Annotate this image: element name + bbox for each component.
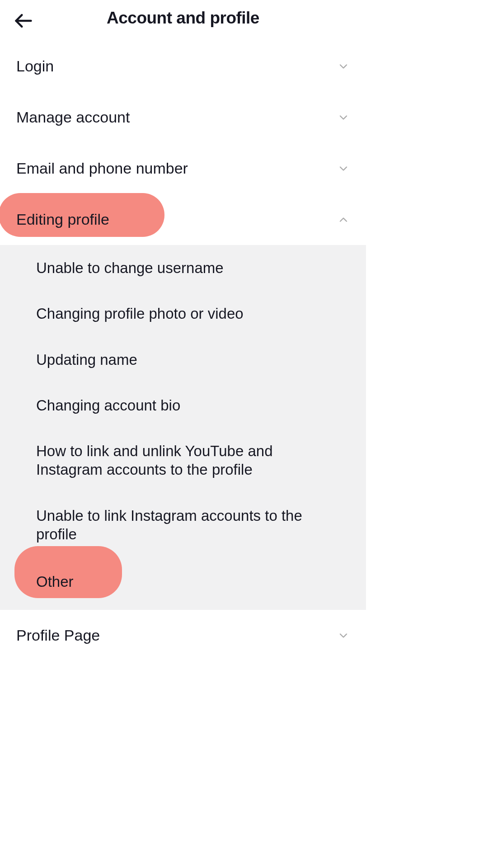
section-profile-page[interactable]: Profile Page <box>0 610 366 661</box>
section-label: Manage account <box>16 108 130 126</box>
section-manage-account[interactable]: Manage account <box>0 92 366 143</box>
page-title: Account and profile <box>107 9 259 28</box>
subitem-label: How to link and unlink YouTube and Insta… <box>36 443 273 478</box>
highlight-other <box>14 546 122 598</box>
subitem-changing-account-bio[interactable]: Changing account bio <box>0 382 366 428</box>
subitem-unable-change-username[interactable]: Unable to change username <box>0 245 366 291</box>
arrow-left-icon <box>14 11 33 31</box>
chevron-down-icon <box>337 60 350 73</box>
section-label: Login <box>16 57 54 75</box>
chevron-up-icon <box>337 213 350 226</box>
section-email-phone[interactable]: Email and phone number <box>0 143 366 194</box>
section-label: Email and phone number <box>16 160 188 177</box>
chevron-down-icon <box>337 111 350 124</box>
chevron-down-icon <box>337 629 350 642</box>
subitem-updating-name[interactable]: Updating name <box>0 337 366 382</box>
back-button[interactable] <box>14 11 33 31</box>
header: Account and profile <box>0 0 366 41</box>
section-label: Profile Page <box>16 627 100 644</box>
section-label: Editing profile <box>16 211 109 228</box>
subitem-label: Updating name <box>36 351 137 368</box>
subitem-label: Unable to link Instagram accounts to the… <box>36 507 302 542</box>
section-login[interactable]: Login <box>0 41 366 92</box>
subitem-label: Other <box>36 573 74 590</box>
subitem-changing-profile-photo[interactable]: Changing profile photo or video <box>0 291 366 336</box>
subitem-label: Changing profile photo or video <box>36 305 244 322</box>
subitem-label: Changing account bio <box>36 397 180 414</box>
chevron-down-icon <box>337 162 350 175</box>
subitem-label: Unable to change username <box>36 259 224 276</box>
subitem-link-youtube-instagram[interactable]: How to link and unlink YouTube and Insta… <box>0 428 366 493</box>
